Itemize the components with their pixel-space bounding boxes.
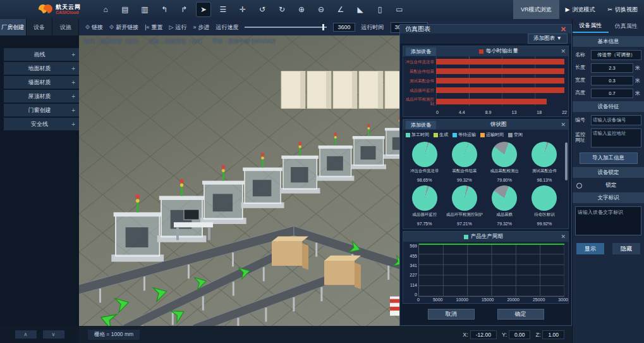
measure-icon[interactable]: ∠ [334, 3, 348, 16]
confirm-button[interactable]: 确定 [497, 309, 544, 320]
expand-icon[interactable]: + [71, 107, 75, 114]
expand-icon[interactable]: + [71, 65, 75, 72]
switch-view-button[interactable]: ✂ 切换视图 [601, 6, 644, 14]
lock-radio[interactable] [576, 183, 582, 189]
close-icon[interactable]: ✕ [561, 234, 566, 240]
import-process-info-button[interactable]: 导入加工信息 [580, 153, 638, 164]
tab-facility[interactable]: 设施 [52, 19, 79, 35]
mobile-icon[interactable]: ▯ [373, 3, 387, 16]
length-field[interactable]: 2.3 [591, 63, 633, 73]
y-label: Y: [502, 332, 507, 338]
pie-chart [492, 142, 517, 167]
pie-chart-title: 饼状图 [490, 121, 507, 128]
sidebar-item-4[interactable]: 门窗创建+ [4, 104, 79, 116]
new-link-button[interactable]: ⟐ 新开链接 [109, 23, 138, 32]
pie-chart [452, 185, 477, 211]
sim-chart-dialog: 仿真图表 ✕ 添加图表 ▼ 添加设备 每小时输出量 ✕ 冲压合件流送带装配合件组… [399, 24, 572, 326]
expand-icon[interactable]: + [71, 121, 75, 128]
pie-cell: 冲压合件流送带98.65% [404, 140, 444, 184]
line-legend-swatch [464, 235, 468, 239]
undo-icon[interactable]: ↰ [157, 3, 171, 16]
fill-icon[interactable]: ◣ [353, 3, 367, 16]
z-value[interactable]: 1.00 [542, 330, 564, 339]
application-window: 航天云网 CASICloud ⌂▤▥↰↱➤☰✛↺↻⊕⊖∠◣▯▭ VR模式浏览 ▶… [0, 0, 644, 343]
coordinate-readout: X: -12.00 Y: 0.00 Z: 1.00 [463, 330, 572, 339]
switch-view-label: 切换视图 [615, 6, 638, 14]
sidebar-item-1[interactable]: 地面材质+ [4, 62, 79, 75]
tab-factory-create[interactable]: 厂房创建 [0, 19, 27, 35]
pie-device-name: 测试装配合件 [532, 168, 557, 178]
collapse-up-button[interactable]: ∧ [15, 330, 37, 339]
pie-percentage: 79.80% [497, 178, 512, 182]
expand-icon[interactable]: + [71, 79, 75, 86]
list-icon[interactable]: ☰ [216, 3, 230, 16]
new-link-icon: ⟐ [109, 24, 114, 31]
add-device-button[interactable]: 添加设备 [406, 121, 436, 129]
collapse-down-button[interactable]: ∨ [43, 330, 64, 339]
show-button[interactable]: 显示 [576, 243, 604, 254]
save-icon[interactable]: ▤ [118, 3, 132, 16]
save-as-icon[interactable]: ▥ [138, 3, 152, 16]
x-value[interactable]: -12.00 [470, 330, 497, 339]
speed-label: 运行速度 [216, 23, 238, 32]
bar-row: 测试装配合件 [404, 78, 564, 84]
device-code-input[interactable]: 请输入设备编号 [591, 115, 641, 125]
pie-cell: 成品装载79.32% [485, 184, 525, 227]
name-field[interactable]: 传送带（可调整） [591, 50, 641, 60]
line-panel-header: 产品生产周期 ✕ [403, 232, 568, 242]
legend-item: 生成 [434, 132, 448, 138]
add-chart-dropdown[interactable]: 添加图表 ▼ [528, 34, 568, 44]
speed-slider[interactable] [245, 27, 327, 28]
sidebar-item-2[interactable]: 墙面材质+ [4, 76, 79, 89]
link-button[interactable]: ⟐ 链接 [85, 23, 103, 32]
x-tick-label: 15000 [482, 297, 494, 302]
width-field[interactable]: 0.3 [591, 76, 633, 85]
slider-handle[interactable] [322, 24, 324, 30]
sidebar-item-3[interactable]: 屋顶材质+ [4, 90, 79, 103]
rotate-ccw-icon[interactable]: ↺ [255, 3, 269, 16]
pie-chart-panel: 添加设备 饼状图 ✕ 加工时间生成等待运输运输时间空闲 冲压合件流送带98.65… [403, 119, 569, 229]
close-icon[interactable]: ✕ [561, 25, 566, 34]
sidebar-item-5[interactable]: 安全线+ [4, 118, 79, 130]
topbar-right: VR模式浏览 ▶ 浏览模式 ✂ 切换视图 [513, 0, 644, 19]
tab-device-properties[interactable]: 设备属性 [573, 19, 609, 33]
reset-icon: |« [145, 24, 149, 30]
pie-device-name: 成品循环监控 [412, 212, 437, 221]
add-device-button[interactable]: 添加设备 [406, 47, 436, 56]
close-icon[interactable]: ✕ [561, 122, 566, 128]
reset-button[interactable]: |« 重置 [145, 23, 162, 32]
scrollbar-thumb[interactable] [565, 142, 568, 180]
expand-icon[interactable]: + [71, 51, 75, 58]
step-button[interactable]: » 步进 [193, 23, 209, 32]
pie-device-name: 成品装载 [496, 212, 513, 221]
vr-mode-button[interactable]: VR模式浏览 [513, 0, 559, 19]
height-field[interactable]: 0.7 [591, 89, 633, 98]
speed-input[interactable]: 3600 [333, 23, 355, 32]
browse-mode-button[interactable]: ▶ 浏览模式 [559, 6, 602, 14]
legend-item: 空闲 [508, 132, 523, 138]
zoom-in-icon[interactable]: ⊕ [295, 3, 308, 16]
x-tick-label: 0 [436, 110, 439, 115]
move-icon[interactable]: ✛ [236, 3, 250, 16]
redo-icon[interactable]: ↱ [177, 3, 191, 16]
expand-icon[interactable]: + [71, 93, 75, 100]
tab-device[interactable]: 设备 [27, 19, 53, 35]
cancel-button[interactable]: 取消 [428, 309, 475, 320]
monitor-icon[interactable]: ▭ [392, 3, 406, 16]
zoom-out-icon[interactable]: ⊖ [314, 3, 328, 16]
status-bar: ∧ ∨ 栅格 = 1000 mm X: -12.00 Y: 0.00 Z: 1.… [0, 326, 572, 343]
top-toolbar: 航天云网 CASICloud ⌂▤▥↰↱➤☰✛↺↻⊕⊖∠◣▯▭ VR模式浏览 ▶… [0, 0, 644, 19]
rotate-cw-icon[interactable]: ↻ [275, 3, 289, 16]
device-text-label-input[interactable]: 请输入设备文字标识 [575, 206, 641, 235]
select-cursor-icon[interactable]: ➤ [197, 3, 210, 16]
pie-cell: 装配合件组装99.32% [444, 140, 484, 184]
y-value[interactable]: 0.00 [509, 330, 531, 339]
sidebar-item-0[interactable]: 画线+ [4, 48, 79, 61]
hide-button[interactable]: 隐藏 [612, 243, 640, 254]
monitor-url-input[interactable]: 请输入监控地址 [591, 128, 641, 147]
home-icon[interactable]: ⌂ [99, 3, 112, 16]
pie-cell: 成品装配检测台79.80% [485, 140, 525, 184]
run-button[interactable]: ▷ 运行 [169, 23, 187, 32]
tab-sim-properties[interactable]: 仿真属性 [609, 19, 644, 33]
close-icon[interactable]: ✕ [561, 48, 566, 54]
